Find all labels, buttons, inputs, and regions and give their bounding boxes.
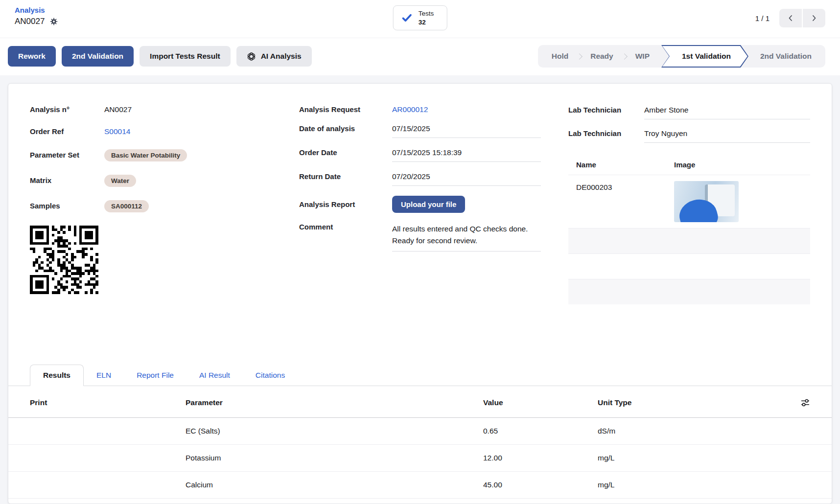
check-icon — [401, 12, 413, 23]
notebook-tabs: Results ELN Report File AI Result Citati… — [8, 365, 832, 386]
analysis-form-sheet: Analysis n° AN0027 Order Ref S00014 Para… — [8, 83, 832, 504]
tab-eln[interactable]: ELN — [84, 365, 124, 386]
settings-gear-button[interactable] — [49, 17, 58, 26]
tab-ai-result[interactable]: AI Result — [187, 365, 243, 386]
lab-technician-2-input[interactable]: Troy Nguyen — [644, 129, 810, 143]
date-of-analysis-input[interactable]: 07/15/2025 — [392, 124, 541, 138]
date-of-analysis-label: Date of analysis — [299, 124, 392, 133]
import-tests-result-button[interactable]: Import Tests Result — [140, 46, 231, 67]
matrix-badge[interactable]: Water — [104, 175, 136, 187]
lab-technician-1-label: Lab Technician — [568, 106, 644, 114]
results-table: Print Parameter Value Unit Type EC (Salt… — [8, 386, 832, 499]
samples-label: Samples — [30, 202, 104, 210]
return-date-label: Return Date — [299, 172, 392, 181]
samples-badge[interactable]: SA000112 — [104, 200, 149, 212]
stage-wip[interactable]: WIP — [624, 52, 661, 61]
qr-code-image — [30, 226, 272, 294]
order-date-label: Order Date — [299, 148, 392, 157]
column-filter-icon[interactable] — [800, 398, 810, 408]
lab-technician-1-input[interactable]: Amber Stone — [644, 105, 810, 119]
matrix-label: Matrix — [30, 176, 104, 184]
tab-report-file[interactable]: Report File — [124, 365, 187, 386]
chevron-right-icon — [810, 14, 818, 22]
parameter-cell: Potassium — [186, 454, 483, 462]
order-date-input[interactable]: 07/15/2025 15:18:39 — [392, 148, 541, 162]
comment-input[interactable]: All results entered and QC checks done. … — [392, 223, 541, 252]
breadcrumb-block: Analysis AN0027 — [15, 6, 58, 26]
lab-technician-2-label: Lab Technician — [568, 129, 644, 137]
breadcrumb-analysis-link[interactable]: Analysis — [15, 6, 45, 14]
page-title: AN0027 — [15, 17, 45, 26]
devices-table-header: Name Image — [568, 156, 810, 175]
form-right-column: Lab Technician Amber Stone Lab Technicia… — [568, 105, 810, 304]
upload-file-button[interactable]: Upload your file — [392, 196, 465, 213]
parameter-column-header: Parameter — [186, 398, 483, 407]
unit-cell: mg/L — [598, 481, 789, 489]
tests-stat-label: Tests — [419, 9, 434, 18]
result-row[interactable]: Potassium 12.00 mg/L — [8, 445, 832, 472]
order-ref-link[interactable]: S00014 — [104, 127, 272, 136]
value-column-header: Value — [483, 398, 598, 407]
gear-icon — [49, 17, 58, 26]
top-bar: Analysis AN0027 — [0, 0, 840, 38]
parameter-set-badge[interactable]: Basic Water Potability — [104, 149, 187, 161]
parameter-set-label: Parameter Set — [30, 151, 104, 159]
stage-2nd-validation[interactable]: 2nd Validation — [748, 52, 823, 61]
value-cell: 45.00 — [483, 481, 598, 489]
device-empty-row[interactable] — [568, 279, 810, 304]
pager: 1 / 1 — [755, 9, 825, 27]
control-panel: Rework 2nd Validation Import Tests Resul… — [0, 38, 840, 75]
comment-label: Comment — [299, 223, 392, 231]
order-ref-label: Order Ref — [30, 127, 104, 136]
second-validation-button[interactable]: 2nd Validation — [62, 46, 134, 67]
device-name: DE000203 — [576, 181, 674, 192]
analysis-no-label: Analysis n° — [30, 105, 104, 114]
analysis-request-link[interactable]: AR000012 — [392, 105, 541, 114]
device-image-thumbnail[interactable] — [674, 181, 739, 222]
unit-type-column-header: Unit Type — [598, 398, 789, 407]
pager-next-button[interactable] — [803, 9, 825, 27]
tab-results[interactable]: Results — [30, 365, 84, 386]
result-row[interactable]: Calcium 45.00 mg/L — [8, 472, 832, 499]
ai-icon — [247, 52, 256, 61]
rework-button[interactable]: Rework — [8, 46, 56, 67]
content-area: Analysis n° AN0027 Order Ref S00014 Para… — [0, 75, 840, 504]
form-left-column: Analysis n° AN0027 Order Ref S00014 Para… — [30, 105, 272, 294]
unit-cell: dS/m — [598, 427, 789, 435]
analysis-report-label: Analysis Report — [299, 200, 392, 208]
device-empty-row[interactable] — [568, 228, 810, 253]
stage-1st-validation[interactable]: 1st Validation — [661, 45, 748, 68]
devices-image-header: Image — [674, 160, 810, 169]
tests-stat-count: 32 — [419, 18, 426, 27]
parameter-cell: Calcium — [186, 481, 483, 489]
value-cell: 12.00 — [483, 454, 598, 462]
tab-citations[interactable]: Citations — [243, 365, 298, 386]
analysis-no-value: AN0027 — [104, 105, 272, 114]
device-empty-row[interactable] — [568, 253, 810, 279]
device-row[interactable]: DE000203 — [568, 175, 810, 228]
stage-ready[interactable]: Ready — [579, 52, 625, 61]
value-cell: 0.65 — [483, 427, 598, 435]
parameter-cell: EC (Salts) — [186, 427, 483, 435]
print-column-header: Print — [30, 398, 186, 407]
return-date-input[interactable]: 07/20/2025 — [392, 172, 541, 186]
pager-previous-button[interactable] — [779, 9, 802, 27]
devices-table: Name Image DE000203 — [568, 156, 810, 304]
unit-cell: mg/L — [598, 454, 789, 462]
statusbar: Hold Ready WIP 1st Validation 2nd Valida… — [538, 45, 825, 68]
pager-range: 1 / 1 — [755, 14, 770, 23]
analysis-request-label: Analysis Request — [299, 105, 392, 114]
ai-analysis-button[interactable]: AI Analysis — [236, 46, 312, 67]
result-row[interactable]: EC (Salts) 0.65 dS/m — [8, 418, 832, 445]
devices-name-header: Name — [576, 160, 674, 169]
stage-hold[interactable]: Hold — [540, 52, 580, 61]
form-middle-column: Analysis Request AR000012 Date of analys… — [299, 105, 541, 261]
results-table-header: Print Parameter Value Unit Type — [8, 386, 832, 418]
tests-stat-button[interactable]: Tests 32 — [393, 5, 447, 30]
chevron-left-icon — [787, 14, 794, 22]
